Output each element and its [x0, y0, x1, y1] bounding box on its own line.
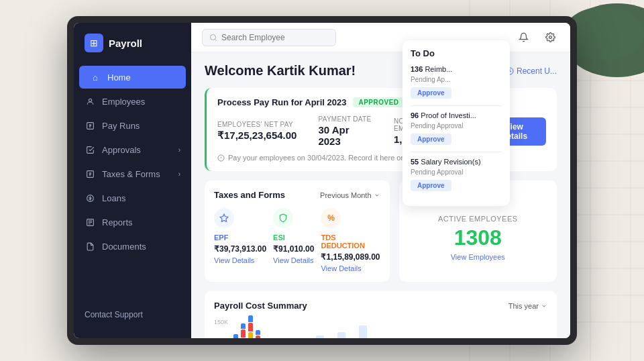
sidebar-nav: ⌂ Home Employees Pay Runs	[74, 66, 191, 302]
notification-icon[interactable]	[514, 28, 533, 47]
employee-count: 1308	[454, 225, 502, 250]
svg-point-33	[549, 36, 551, 39]
tax-card-epf: EPF ₹39,73,913.00 View Details	[214, 208, 266, 272]
netpay-label: Netpay	[386, 338, 409, 339]
page-title: Welcome Kartik Kumar!	[205, 63, 356, 79]
taxes-forms-header: Taxes and Forms Previous Month	[214, 190, 380, 200]
approve-button-2[interactable]: Approve	[411, 180, 451, 191]
sidebar-item-label: Reports	[102, 217, 133, 227]
filter-label: Previous Month	[320, 191, 371, 199]
netpay-value: ₹92,00,500.00	[413, 338, 461, 338]
sidebar-item-label: Home	[107, 72, 131, 83]
epf-icon	[214, 208, 234, 228]
payment-date-label: PAYMENT DATE	[318, 115, 372, 123]
bar-segment	[248, 315, 253, 322]
payment-date-stat: PAYMENT DATE 30 Apr 2023	[318, 115, 372, 147]
epf-amount: ₹39,73,913.00	[214, 244, 266, 254]
payruns-icon	[85, 120, 95, 131]
sidebar-item-documents[interactable]: Documents	[74, 235, 191, 258]
topbar-right	[514, 28, 559, 47]
settings-icon[interactable]	[541, 28, 559, 47]
tds-name: TDS DEDUCTION	[321, 234, 380, 250]
search-input[interactable]	[221, 33, 315, 42]
todo-sub-1: Pending Approval	[411, 122, 502, 130]
cost-title: Payroll Cost Summary	[214, 301, 307, 311]
sidebar-item-loans[interactable]: Loans	[74, 187, 191, 209]
esi-link[interactable]: View Details	[273, 256, 314, 264]
todo-sub-0: Pending Ap...	[411, 76, 502, 83]
sidebar-item-label: Documents	[102, 242, 146, 252]
sidebar-logo: ⊞ Payroll	[74, 34, 191, 66]
todo-item-0: 136 Reimb... Pending Ap... Approve	[411, 65, 502, 99]
payroll-cost-card: Payroll Cost Summary This year 150K 100K	[205, 291, 557, 338]
loans-icon	[85, 193, 95, 203]
employee-summary-body: ACTIVE EMPLOYEES 1308 View Employees	[409, 208, 547, 268]
sidebar-item-employees[interactable]: Employees	[74, 90, 191, 113]
sidebar-item-label: Taxes & Forms	[102, 169, 160, 179]
todo-text-1: 96 Proof of Investi...	[411, 111, 502, 119]
secondary-chart	[305, 319, 367, 338]
bar-group-0	[233, 334, 238, 338]
svg-marker-38	[220, 214, 228, 221]
todo-text-2: 55 Salary Revision(s)	[411, 158, 502, 166]
active-employees-label: ACTIVE EMPLOYEES	[438, 215, 518, 223]
taxes-forms-card: Taxes and Forms Previous Month	[205, 180, 390, 282]
logo-icon: ⊞	[85, 34, 103, 52]
tds-link[interactable]: View Details	[321, 264, 380, 272]
bar-segment	[256, 330, 260, 335]
reports-icon	[85, 217, 95, 227]
todo-label-1: Proof of Investi...	[421, 111, 476, 119]
todo-title: To Do	[411, 48, 502, 58]
todo-count-1: 96	[411, 111, 419, 119]
svg-point-20	[89, 99, 91, 101]
screen-wrapper: ⊞ Payroll ⌂ Home Employees	[0, 0, 644, 361]
todo-text-0: 136 Reimb...	[411, 65, 502, 73]
epf-link[interactable]: View Details	[214, 256, 266, 264]
esi-name: ESI	[273, 234, 314, 242]
taxes-icon	[85, 168, 95, 179]
home-icon: ⌂	[90, 72, 101, 83]
approve-button-1[interactable]: Approve	[411, 134, 451, 145]
tax-card-esi: ESI ₹91,010.00 View Details	[273, 208, 314, 272]
todo-label-2: Salary Revision(s)	[421, 158, 480, 166]
y-labels: 150K 100K 50K	[214, 319, 231, 338]
sidebar-contact[interactable]: Contact Support	[74, 302, 191, 327]
view-employees-link[interactable]: View Employees	[451, 253, 505, 261]
svg-point-31	[211, 34, 216, 40]
cost-filter[interactable]: This year	[508, 302, 547, 310]
cost-filter-label: This year	[508, 302, 539, 310]
todo-sub-2: Pending Approval	[411, 168, 502, 176]
cost-header: Payroll Cost Summary This year	[214, 301, 547, 311]
bar-segment	[248, 332, 253, 338]
bar-chart	[233, 319, 297, 338]
taxes-forms-title: Taxes and Forms	[214, 190, 285, 200]
search-bar[interactable]	[202, 29, 336, 46]
chart-legend: Netpay ₹92,00,500.00 Taxes ₹9,16,551.00	[375, 319, 469, 338]
sidebar-item-taxes[interactable]: Taxes & Forms ›	[74, 162, 191, 185]
divider	[411, 105, 502, 106]
todo-panel: To Do 136 Reimb... Pending Ap... Approve…	[402, 40, 510, 206]
employees-icon	[85, 96, 95, 107]
sidebar-item-label: Approvals	[102, 145, 141, 155]
approve-button-0[interactable]: Approve	[411, 87, 451, 99]
logo-text: Payroll	[109, 38, 142, 49]
page-body: Welcome Kartik Kumar! Recent U... Proces…	[191, 52, 570, 338]
bar-group-2	[248, 315, 253, 339]
todo-count-2: 55	[411, 158, 419, 166]
approvals-icon	[85, 144, 95, 155]
recent-text: Recent U...	[517, 66, 557, 76]
sidebar-item-home[interactable]: ⌂ Home	[79, 66, 186, 89]
sidebar-item-payruns[interactable]: Pay Runs	[74, 114, 191, 137]
recent-link[interactable]: Recent U...	[506, 66, 557, 76]
sidebar-item-reports[interactable]: Reports	[74, 211, 191, 234]
divider-2	[411, 152, 502, 152]
sidebar-item-approvals[interactable]: Approvals ›	[74, 138, 191, 161]
chevron-right-icon: ›	[178, 146, 180, 154]
sidebar-item-label: Employees	[102, 97, 145, 107]
bar-group-1	[241, 323, 246, 338]
bar-segment	[233, 334, 238, 338]
taxes-forms-filter[interactable]: Previous Month	[320, 191, 380, 199]
net-pay-value: ₹17,25,23,654.00	[217, 130, 297, 142]
bar-group-3	[256, 330, 260, 338]
chart-wrapper: 150K 100K 50K	[214, 319, 297, 338]
